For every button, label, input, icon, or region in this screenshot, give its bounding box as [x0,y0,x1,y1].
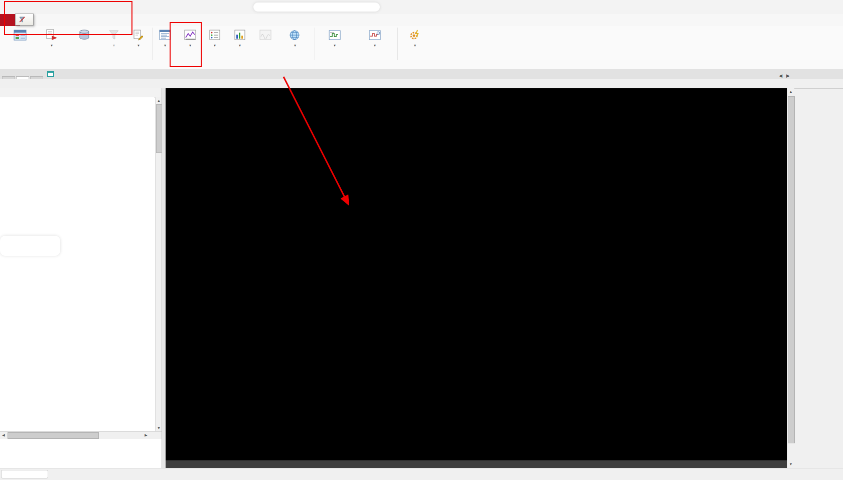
filter-funnel-icon [107,28,120,42]
start-without-logging-tooltip[interactable] [15,14,34,26]
document-tab-bar: ◀▶ [0,69,843,80]
statistics-icon [233,28,246,42]
signal-table-horizontal-scrollbar[interactable]: ◀ ▶ [0,431,162,439]
tab-scroll-left-icon: ◀ [779,73,782,78]
scrollbar-thumb[interactable] [8,432,99,439]
trace-button[interactable] [155,26,176,62]
trace-icon [159,28,172,42]
dropdown-arrow-icon [214,42,216,46]
measurement-setup-icon [14,28,27,42]
new-window-icon[interactable] [47,71,54,78]
group-separator [153,28,153,60]
statistics-button[interactable] [226,26,254,62]
automation-button[interactable] [399,26,431,62]
graphics-toolbar [0,79,843,89]
graphics-icon [184,28,197,42]
ribbon-tab[interactable] [99,14,112,26]
map-window-button[interactable] [277,26,313,62]
offline-mode-button[interactable] [38,26,66,62]
signal-table-vertical-scrollbar[interactable]: ▲ ▼ [155,97,162,431]
ribbon-tab-strip [99,14,178,26]
dropdown-arrow-icon [51,42,53,46]
ribbon-tab-row [0,14,843,27]
scope-button[interactable] [255,26,276,62]
scroll-right-icon[interactable]: ▶ [143,432,150,438]
ribbon-tab-environment[interactable] [125,14,138,26]
redaction-scribble [253,3,380,12]
offline-mode-icon [45,28,58,42]
logging-icon [132,28,145,42]
automation-gear-icon [408,28,422,42]
globe-icon [289,28,302,42]
graphics-button[interactable] [177,26,204,62]
application-window: ◀▶ ▲ ▼ ◀ ▶ [0,0,843,504]
ribbon-tab-diagnostics[interactable] [112,14,125,26]
title-bar[interactable] [0,0,843,15]
logging-button[interactable] [126,26,151,62]
ribbon-tab-tools[interactable] [152,14,165,26]
dropdown-arrow-icon [164,42,166,46]
database-management-button[interactable] [67,26,102,62]
dropdown-arrow-icon [294,42,296,46]
start-measurement-icon [19,16,26,23]
tab-scroll-right-icon: ▶ [786,73,790,78]
status-bar [0,468,843,480]
pdu-interactive-generator-button[interactable] [354,26,396,62]
ribbon-group-labels [0,62,843,70]
data-button[interactable] [205,26,225,62]
scroll-left-icon[interactable]: ◀ [0,432,7,438]
window-controls [795,1,839,13]
signal-panel: ▲ ▼ ◀ ▶ [0,88,162,468]
scroll-down-icon[interactable]: ▼ [787,461,794,468]
dropdown-arrow-icon [374,42,376,46]
database-icon [78,28,91,42]
dropdown-arrow-icon [113,42,115,46]
interactive-generator-button[interactable] [317,26,353,62]
pdu-generator-icon [368,28,381,42]
dropdown-arrow-icon [189,42,191,46]
minimize-icon[interactable] [795,1,810,13]
maximize-icon[interactable] [810,1,824,13]
graphics-vertical-scrollbar[interactable]: ▲ ▼ [787,88,794,468]
ribbon-window-controls [766,14,788,26]
scroll-up-icon[interactable]: ▲ [787,88,794,95]
scrollbar-thumb[interactable] [788,96,795,443]
ribbon [0,26,843,62]
measurement-setup-button[interactable] [4,26,37,62]
redaction-scribble [0,236,60,256]
dropdown-arrow-icon [239,42,241,46]
scope-icon [259,28,272,42]
close-icon[interactable] [824,1,839,13]
ribbon-tab-hardware[interactable] [138,14,152,26]
plots-stack [166,88,787,450]
filter-button[interactable] [103,26,125,62]
group-separator [397,28,398,60]
canalyzer-window: ◀▶ ▲ ▼ ◀ ▶ [0,0,843,480]
dropdown-arrow-icon [137,42,139,46]
marker-bar[interactable] [166,460,787,468]
signal-rows [0,97,155,431]
dropdown-arrow-icon [334,42,336,46]
status-field[interactable] [1,470,48,478]
x-axis [166,450,787,460]
graphics-plot-area[interactable] [166,88,787,468]
dropdown-arrow-icon [414,42,416,46]
group-separator [315,28,315,60]
interactive-generator-icon [328,28,341,42]
signal-table-header[interactable] [0,88,162,98]
tab-scroll-arrows[interactable]: ◀▶ [779,73,790,78]
data-icon [208,28,221,42]
ribbon-tab-layout[interactable] [165,14,178,26]
